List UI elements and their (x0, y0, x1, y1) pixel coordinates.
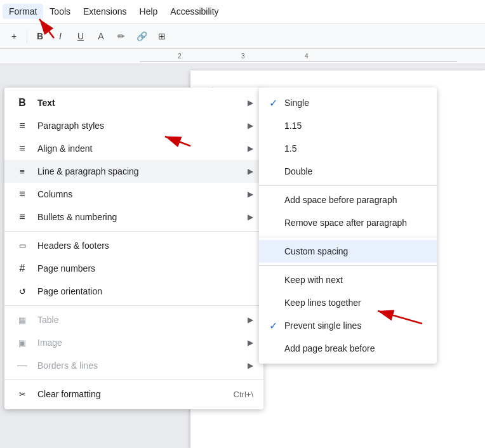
add-space-before-label: Add space before paragraph (284, 195, 427, 205)
paragraph-styles-label: Paragraph styles (37, 121, 248, 131)
menu-item-text[interactable]: B Text ▶ (4, 91, 263, 114)
toolbar-add-btn[interactable]: + (5, 27, 23, 45)
menu-item-bullets[interactable]: ≡ Bullets & numbering ▶ (4, 206, 263, 228)
submenu-divider-2 (259, 237, 437, 237)
toolbar-italic-btn[interactable]: I (51, 27, 69, 45)
toolbar-color-btn[interactable]: A (92, 27, 110, 45)
menu-item-accessibility[interactable]: Accessibility (164, 4, 225, 19)
toolbar-link-btn[interactable]: 🔗 (133, 27, 150, 45)
image-icon: ▣ (15, 338, 30, 348)
doc-area: g e cib tur la tru bu do his ore mi que … (0, 64, 485, 448)
toolbar-highlight-btn[interactable]: ✏ (112, 27, 130, 45)
submenu-divider-3 (259, 265, 437, 266)
image-arrow: ▶ (248, 338, 253, 347)
clear-formatting-shortcut: Ctrl+\ (234, 390, 253, 399)
borders-arrow: ▶ (248, 361, 253, 370)
prevent-single-lines[interactable]: ✓ Prevent single lines (259, 314, 437, 337)
menu-item-columns[interactable]: ≡ Columns ▶ (4, 183, 263, 206)
ruler: 2 3 4 (0, 49, 485, 64)
menu-item-borders[interactable]: — Borders & lines ▶ (4, 354, 263, 377)
toolbar-separator-1 (27, 30, 27, 43)
columns-label: Columns (37, 189, 248, 199)
keep-with-next-label: Keep with next (284, 275, 427, 285)
table-icon: ▦ (15, 315, 30, 325)
spacing-1-15-label: 1.15 (284, 121, 427, 131)
menu-item-help[interactable]: Help (133, 4, 164, 19)
keep-with-next[interactable]: Keep with next (259, 268, 437, 291)
spacing-double-label: Double (284, 166, 427, 176)
menu-item-headers-footers[interactable]: ▭ Headers & footers (4, 234, 263, 257)
add-page-break-before[interactable]: Add page break before (259, 337, 437, 360)
line-spacing-icon: ≡ (15, 167, 30, 176)
menu-item-table[interactable]: ▦ Table ▶ (4, 308, 263, 331)
paragraph-styles-arrow: ▶ (248, 121, 253, 130)
text-bold-icon: B (15, 97, 30, 109)
menu-item-clear-formatting[interactable]: ✂ Clear formatting Ctrl+\ (4, 383, 263, 405)
columns-icon: ≡ (15, 188, 30, 200)
divider-2 (4, 305, 263, 306)
headers-footers-icon: ▭ (15, 241, 30, 250)
text-arrow-icon: ▶ (248, 98, 253, 107)
menu-item-line-spacing[interactable]: ≡ Line & paragraph spacing ▶ (4, 160, 263, 183)
custom-spacing-label: Custom spacing (284, 246, 427, 256)
single-check-icon: ✓ (269, 97, 284, 109)
add-page-break-label: Add page break before (284, 343, 427, 353)
line-spacing-arrow: ▶ (248, 167, 253, 176)
spacing-double[interactable]: Double (259, 160, 437, 183)
align-indent-label: Align & indent (37, 143, 248, 154)
divider-1 (4, 231, 263, 232)
spacing-1-15[interactable]: 1.15 (259, 114, 437, 137)
toolbar-bold-btn[interactable]: B (31, 27, 49, 45)
table-arrow: ▶ (248, 315, 253, 324)
custom-spacing[interactable]: Custom spacing (259, 240, 437, 263)
menu-item-align-indent[interactable]: ≡ Align & indent ▶ (4, 137, 263, 160)
bullets-label: Bullets & numbering (37, 212, 248, 222)
menu-item-format[interactable]: Format (3, 4, 43, 19)
toolbar-underline-btn[interactable]: U (72, 27, 90, 45)
clear-formatting-icon: ✂ (15, 390, 30, 399)
table-label: Table (37, 315, 248, 325)
add-space-before[interactable]: Add space before paragraph (259, 188, 437, 211)
menu-item-image[interactable]: ▣ Image ▶ (4, 331, 263, 354)
menu-item-extensions[interactable]: Extensions (77, 4, 133, 19)
page-numbers-label: Page numbers (37, 263, 253, 273)
bullets-icon: ≡ (15, 211, 30, 223)
menu-item-tools[interactable]: Tools (43, 4, 77, 19)
bullets-arrow: ▶ (248, 213, 253, 221)
line-spacing-label: Line & paragraph spacing (37, 166, 248, 176)
clear-formatting-label: Clear formatting (37, 389, 223, 399)
page-orientation-label: Page orientation (37, 286, 253, 296)
toolbar-table-btn[interactable]: ⊞ (153, 27, 171, 45)
prevent-single-lines-check: ✓ (269, 320, 284, 332)
divider-3 (4, 379, 263, 380)
svg-text:2: 2 (178, 53, 182, 60)
text-menu-label: Text (37, 98, 248, 108)
format-dropdown-menu: B Text ▶ ≡ Paragraph styles ▶ ≡ Align & … (4, 88, 263, 409)
spacing-submenu: ✓ Single 1.15 1.5 Double Add space befor… (259, 88, 437, 364)
image-label: Image (37, 338, 248, 348)
submenu-divider-1 (259, 185, 437, 186)
headers-footers-label: Headers & footers (37, 240, 253, 251)
spacing-1-5[interactable]: 1.5 (259, 137, 437, 160)
keep-lines-together[interactable]: Keep lines together (259, 291, 437, 314)
menu-item-paragraph-styles[interactable]: ≡ Paragraph styles ▶ (4, 114, 263, 137)
remove-space-after-label: Remove space after paragraph (284, 218, 427, 228)
menu-item-page-orientation[interactable]: ↺ Page orientation (4, 280, 263, 303)
spacing-single[interactable]: ✓ Single (259, 91, 437, 114)
ruler-svg: 2 3 4 (140, 49, 457, 64)
menu-item-page-numbers[interactable]: # Page numbers (4, 257, 263, 280)
page-orientation-icon: ↺ (15, 287, 30, 296)
menu-bar: Format Tools Extensions Help Accessibili… (0, 0, 485, 23)
paragraph-styles-icon: ≡ (15, 120, 30, 131)
single-label: Single (284, 98, 427, 108)
svg-text:3: 3 (241, 53, 245, 60)
page-numbers-icon: # (15, 263, 30, 274)
svg-text:4: 4 (305, 53, 309, 60)
keep-lines-together-label: Keep lines together (284, 298, 427, 308)
toolbar: + B I U A ✏ 🔗 ⊞ (0, 23, 485, 49)
prevent-single-lines-label: Prevent single lines (284, 320, 427, 331)
remove-space-after[interactable]: Remove space after paragraph (259, 211, 437, 234)
spacing-1-5-label: 1.5 (284, 143, 427, 154)
borders-label: Borders & lines (37, 360, 248, 371)
align-indent-arrow: ▶ (248, 144, 253, 153)
